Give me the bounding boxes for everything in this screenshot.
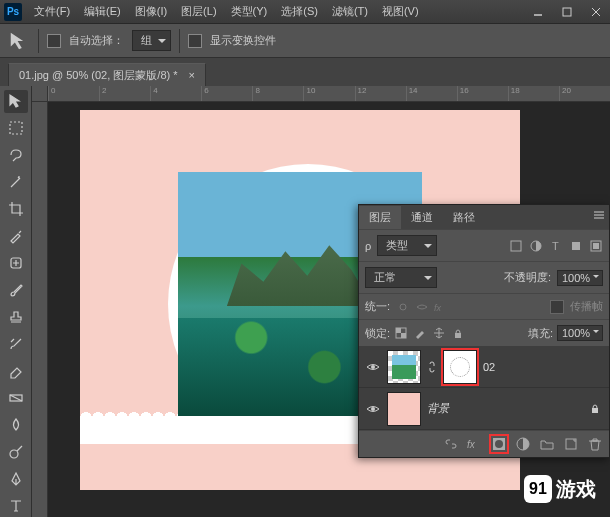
filter-pixel-icon[interactable] — [509, 239, 523, 253]
fill-input[interactable]: 100% — [557, 325, 603, 341]
lock-pixels-icon[interactable] — [413, 326, 427, 340]
propagate-label: 传播帧 — [570, 299, 603, 314]
ps-logo-icon: Ps — [4, 3, 22, 21]
menu-file[interactable]: 文件(F) — [28, 1, 76, 22]
menu-type[interactable]: 类型(Y) — [225, 1, 274, 22]
pen-tool[interactable] — [4, 467, 28, 490]
layer-row[interactable]: 02 — [359, 346, 609, 388]
tab-close-icon[interactable]: × — [189, 69, 195, 81]
stamp-tool[interactable] — [4, 306, 28, 329]
fill-label: 填充: — [528, 326, 553, 341]
opacity-label: 不透明度: — [504, 270, 551, 285]
menu-image[interactable]: 图像(I) — [129, 1, 173, 22]
gradient-tool[interactable] — [4, 386, 28, 409]
svg-rect-1 — [563, 8, 571, 16]
auto-select-label: 自动选择： — [69, 33, 124, 48]
lock-indicator-icon — [589, 402, 603, 416]
tab-channels[interactable]: 通道 — [401, 206, 443, 229]
layer-name[interactable]: 背景 — [427, 401, 583, 416]
fx-icon[interactable]: fx — [467, 436, 483, 452]
svg-rect-18 — [396, 328, 401, 333]
lasso-tool[interactable] — [4, 144, 28, 167]
ruler-corner — [32, 86, 48, 102]
auto-select-dropdown[interactable]: 组 — [132, 30, 171, 51]
blur-tool[interactable] — [4, 413, 28, 436]
layer-mask-thumb[interactable] — [443, 350, 477, 384]
svg-point-15 — [400, 304, 406, 310]
type-tool[interactable] — [4, 494, 28, 517]
filter-smart-icon[interactable] — [589, 239, 603, 253]
svg-rect-12 — [572, 242, 580, 250]
watermark-text: 游戏 — [556, 476, 596, 503]
svg-text:fx: fx — [434, 303, 442, 313]
watermark: 91 游戏 — [524, 475, 596, 503]
marquee-tool[interactable] — [4, 117, 28, 140]
svg-text:T: T — [552, 240, 559, 252]
menu-edit[interactable]: 编辑(E) — [78, 1, 127, 22]
brush-tool[interactable] — [4, 279, 28, 302]
menu-layer[interactable]: 图层(L) — [175, 1, 222, 22]
opacity-input[interactable]: 100% — [557, 270, 603, 286]
maximize-button[interactable] — [553, 2, 581, 22]
move-tool-icon — [8, 30, 30, 52]
unify-label: 统一: — [365, 299, 390, 314]
lock-label: 锁定: — [365, 326, 390, 341]
dodge-tool[interactable] — [4, 440, 28, 463]
unify-position-icon[interactable] — [396, 300, 410, 314]
svg-rect-20 — [455, 333, 461, 338]
ruler-horizontal: 02468101214161820 — [48, 86, 610, 102]
layer-thumb[interactable] — [387, 392, 421, 426]
crop-tool[interactable] — [4, 198, 28, 221]
heal-tool[interactable] — [4, 252, 28, 275]
blend-mode-dropdown[interactable]: 正常 — [365, 267, 437, 288]
lock-position-icon[interactable] — [432, 326, 446, 340]
layers-panel: 图层 通道 路径 ρ 类型 T 正常 不透明度: 100% 统一: fx 传播帧… — [358, 204, 610, 458]
document-tab[interactable]: 01.jpg @ 50% (02, 图层蒙版/8) * × — [8, 63, 206, 87]
filter-shape-icon[interactable] — [569, 239, 583, 253]
new-layer-icon[interactable] — [563, 436, 579, 452]
eyedropper-tool[interactable] — [4, 225, 28, 248]
menu-filter[interactable]: 滤镜(T) — [326, 1, 374, 22]
panel-menu-icon[interactable] — [593, 209, 605, 221]
minimize-button[interactable] — [524, 2, 552, 22]
svg-point-21 — [371, 365, 375, 369]
filter-adjust-icon[interactable] — [529, 239, 543, 253]
svg-rect-19 — [401, 333, 406, 338]
watermark-badge: 91 — [524, 475, 552, 503]
eraser-tool[interactable] — [4, 359, 28, 382]
unify-style-icon[interactable]: fx — [434, 300, 448, 314]
svg-point-26 — [495, 440, 503, 448]
auto-select-checkbox[interactable] — [47, 34, 61, 48]
svg-point-22 — [371, 407, 375, 411]
group-icon[interactable] — [539, 436, 555, 452]
add-mask-icon[interactable] — [491, 436, 507, 452]
separator — [179, 29, 180, 53]
mask-link-icon[interactable] — [427, 360, 437, 374]
show-transform-checkbox[interactable] — [188, 34, 202, 48]
close-button[interactable] — [582, 2, 610, 22]
move-tool[interactable] — [4, 90, 28, 113]
lock-transparency-icon[interactable] — [394, 326, 408, 340]
menu-view[interactable]: 视图(V) — [376, 1, 425, 22]
propagate-checkbox[interactable] — [550, 300, 564, 314]
visibility-icon[interactable] — [365, 401, 381, 417]
lock-all-icon[interactable] — [451, 326, 465, 340]
tab-paths[interactable]: 路径 — [443, 206, 485, 229]
layer-name[interactable]: 02 — [483, 361, 603, 373]
wand-tool[interactable] — [4, 171, 28, 194]
svg-point-8 — [10, 450, 18, 458]
adjustment-layer-icon[interactable] — [515, 436, 531, 452]
filter-kind-dropdown[interactable]: 类型 — [377, 235, 437, 256]
unify-visibility-icon[interactable] — [415, 300, 429, 314]
tab-layers[interactable]: 图层 — [359, 206, 401, 229]
trash-icon[interactable] — [587, 436, 603, 452]
layer-thumb[interactable] — [387, 350, 421, 384]
filter-type-icon[interactable]: T — [549, 239, 563, 253]
svg-rect-14 — [593, 243, 599, 249]
history-brush-tool[interactable] — [4, 332, 28, 355]
link-layers-icon[interactable] — [443, 436, 459, 452]
layer-row[interactable]: 背景 — [359, 388, 609, 430]
menu-select[interactable]: 选择(S) — [275, 1, 324, 22]
visibility-icon[interactable] — [365, 359, 381, 375]
document-tab-label: 01.jpg @ 50% (02, 图层蒙版/8) * — [19, 69, 178, 81]
